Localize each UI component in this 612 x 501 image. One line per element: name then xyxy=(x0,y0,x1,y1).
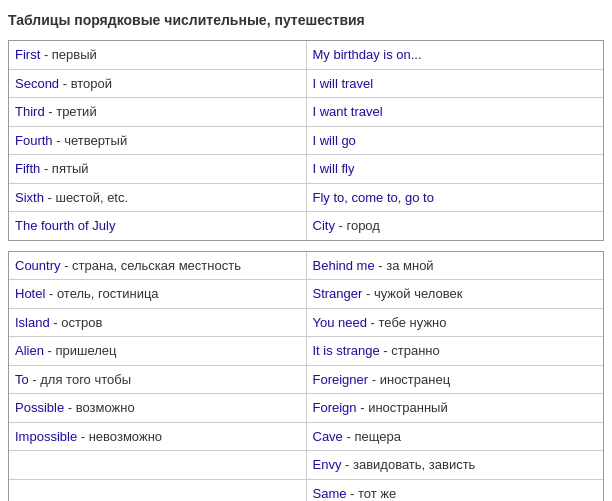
english-term: Island xyxy=(15,315,50,330)
cell-left: First - первый xyxy=(9,41,307,69)
cell-right: Same - тот же xyxy=(307,480,604,502)
russian-term: - остров xyxy=(50,315,103,330)
table-row: First - первыйMy birthday is on... xyxy=(9,41,603,70)
cell-right: I will travel xyxy=(307,70,604,98)
english-term: The fourth of July xyxy=(15,218,115,233)
english-term: Possible xyxy=(15,400,64,415)
english-term: You need xyxy=(313,315,367,330)
table-row: The fourth of JulyCity - город xyxy=(9,212,603,240)
english-term: Country xyxy=(15,258,61,273)
cell-left: Impossible - невозможно xyxy=(9,423,307,451)
table-row: Third - третийI want travel xyxy=(9,98,603,127)
english-term: Behind me xyxy=(313,258,375,273)
cell-right: City - город xyxy=(307,212,604,240)
cell-left: To - для того чтобы xyxy=(9,366,307,394)
russian-term: - город xyxy=(335,218,380,233)
russian-term: - пятый xyxy=(40,161,88,176)
table-row: Alien - пришелецIt is strange - странно xyxy=(9,337,603,366)
english-term: To xyxy=(15,372,29,387)
english-term: My birthday is on... xyxy=(313,47,422,62)
english-term: Third xyxy=(15,104,45,119)
russian-term: - тот же xyxy=(346,486,396,501)
cell-left: Country - страна, сельская местность xyxy=(9,252,307,280)
cell-right: I will go xyxy=(307,127,604,155)
english-term: Fly to, come to, go to xyxy=(313,190,434,205)
cell-left: Fifth - пятый xyxy=(9,155,307,183)
table-row: Fifth - пятыйI will fly xyxy=(9,155,603,184)
page-title: Таблицы порядковые числительные, путешес… xyxy=(8,8,604,32)
cell-right: My birthday is on... xyxy=(307,41,604,69)
russian-term: - страна, сельская местность xyxy=(61,258,241,273)
section2-table: Country - страна, сельская местностьBehi… xyxy=(8,251,604,502)
table-row: Island - островYou need - тебе нужно xyxy=(9,309,603,338)
cell-left: Alien - пришелец xyxy=(9,337,307,365)
russian-term: - иностранный xyxy=(357,400,448,415)
english-term: Envy xyxy=(313,457,342,472)
cell-right: Envy - завидовать, зависть xyxy=(307,451,604,479)
english-term: Foreigner xyxy=(313,372,369,387)
russian-term: - второй xyxy=(59,76,112,91)
russian-term: - пещера xyxy=(343,429,401,444)
english-term: It is strange xyxy=(313,343,380,358)
table-row: Possible - возможноForeign - иностранный xyxy=(9,394,603,423)
english-term: Sixth xyxy=(15,190,44,205)
cell-left: The fourth of July xyxy=(9,212,307,240)
russian-term: - за мной xyxy=(375,258,434,273)
cell-right: Cave - пещера xyxy=(307,423,604,451)
section1-table: First - первыйMy birthday is on...Second… xyxy=(8,40,604,241)
cell-left xyxy=(9,451,307,479)
cell-right: Foreign - иностранный xyxy=(307,394,604,422)
russian-term: - первый xyxy=(40,47,97,62)
cell-right: I want travel xyxy=(307,98,604,126)
english-term: Alien xyxy=(15,343,44,358)
russian-term: - завидовать, зависть xyxy=(341,457,475,472)
cell-left: Hotel - отель, гостиница xyxy=(9,280,307,308)
english-term: Second xyxy=(15,76,59,91)
cell-left: Third - третий xyxy=(9,98,307,126)
english-term: Foreign xyxy=(313,400,357,415)
russian-term: - иностранец xyxy=(368,372,450,387)
russian-term: - чужой человек xyxy=(362,286,462,301)
english-term: Same xyxy=(313,486,347,501)
english-term: Fourth xyxy=(15,133,53,148)
russian-term: - третий xyxy=(45,104,97,119)
english-term: City xyxy=(313,218,335,233)
russian-term: - отель, гостиница xyxy=(45,286,158,301)
english-term: Fifth xyxy=(15,161,40,176)
russian-term: - для того чтобы xyxy=(29,372,131,387)
english-term: I want travel xyxy=(313,104,383,119)
table-row: Fourth - четвертыйI will go xyxy=(9,127,603,156)
russian-term: - шестой, etc. xyxy=(44,190,128,205)
english-term: Stranger xyxy=(313,286,363,301)
russian-term: - странно xyxy=(380,343,440,358)
table-row: Impossible - невозможноCave - пещера xyxy=(9,423,603,452)
table-row: Hotel - отель, гостиницаStranger - чужой… xyxy=(9,280,603,309)
table-row: To - для того чтобыForeigner - иностране… xyxy=(9,366,603,395)
russian-term: - возможно xyxy=(64,400,134,415)
table-row: Same - тот же xyxy=(9,480,603,502)
cell-right: Stranger - чужой человек xyxy=(307,280,604,308)
table-row: Sixth - шестой, etc.Fly to, come to, go … xyxy=(9,184,603,213)
cell-right: It is strange - странно xyxy=(307,337,604,365)
table-row: Country - страна, сельская местностьBehi… xyxy=(9,252,603,281)
cell-left: Sixth - шестой, etc. xyxy=(9,184,307,212)
cell-right: I will fly xyxy=(307,155,604,183)
cell-left: Island - остров xyxy=(9,309,307,337)
english-term: Hotel xyxy=(15,286,45,301)
cell-left xyxy=(9,480,307,502)
russian-term: - невозможно xyxy=(77,429,162,444)
russian-term: - пришелец xyxy=(44,343,117,358)
cell-right: Foreigner - иностранец xyxy=(307,366,604,394)
cell-left: Fourth - четвертый xyxy=(9,127,307,155)
russian-term: - четвертый xyxy=(53,133,128,148)
cell-left: Second - второй xyxy=(9,70,307,98)
cell-left: Possible - возможно xyxy=(9,394,307,422)
cell-right: Behind me - за мной xyxy=(307,252,604,280)
table-row: Envy - завидовать, зависть xyxy=(9,451,603,480)
russian-term: - тебе нужно xyxy=(367,315,447,330)
english-term: Impossible xyxy=(15,429,77,444)
english-term: I will fly xyxy=(313,161,355,176)
page-container: Таблицы порядковые числительные, путешес… xyxy=(0,0,612,501)
english-term: I will go xyxy=(313,133,356,148)
cell-right: Fly to, come to, go to xyxy=(307,184,604,212)
